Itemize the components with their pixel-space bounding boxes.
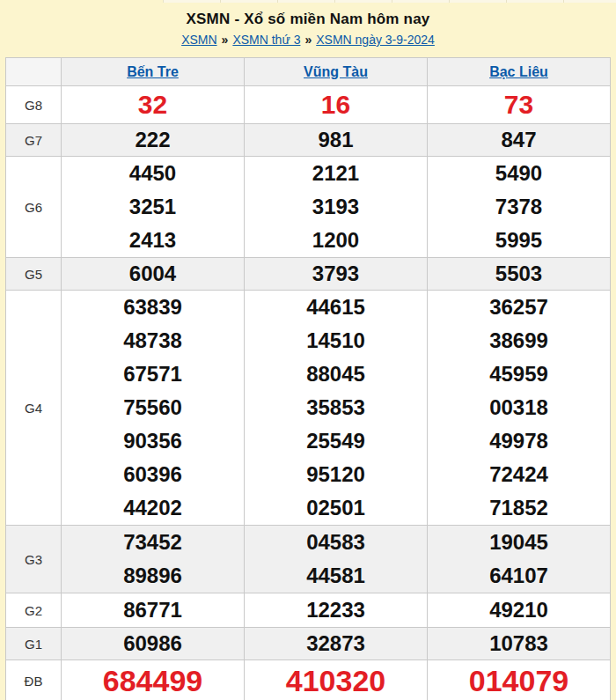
prize-cell: 014079 — [428, 660, 611, 700]
prize-cell: 3793 — [245, 258, 428, 291]
prize-label-g8: G8 — [6, 86, 62, 124]
prize-cell: 73 — [428, 86, 611, 124]
prize-number: 1200 — [245, 224, 427, 257]
prize-cell: 32 — [62, 86, 245, 124]
prize-number: 14510 — [245, 324, 427, 357]
prize-number: 35853 — [245, 391, 427, 424]
table-row-g3: G3734528989604583445811904564107 — [6, 526, 611, 593]
prize-number: 73452 — [62, 526, 244, 559]
prize-cell: 684499 — [62, 660, 245, 700]
column-header-ben-tre: Bến Tre — [62, 58, 245, 86]
column-header-link-ben-tre[interactable]: Bến Tre — [127, 64, 179, 79]
prize-cell: 12233 — [245, 593, 428, 628]
prize-number: 95120 — [245, 458, 427, 491]
prize-cell: 32873 — [245, 628, 428, 660]
corner-cell — [6, 58, 62, 86]
prize-number: 75560 — [62, 391, 244, 424]
prize-cell: 10783 — [428, 628, 611, 660]
top-edge-decoration — [0, 0, 616, 3]
prize-number: 00318 — [428, 391, 610, 424]
prize-number: 89896 — [62, 559, 244, 593]
prize-cell: 86771 — [62, 593, 245, 628]
prize-number: 3793 — [245, 258, 427, 290]
prize-number: 88045 — [245, 357, 427, 391]
prize-number: 49978 — [428, 424, 610, 458]
column-header-vung-tau: Vũng Tàu — [245, 58, 428, 86]
column-header-link-bac-lieu[interactable]: Bạc Liêu — [489, 64, 548, 79]
prize-label-g5: G5 — [6, 258, 62, 291]
prize-cell: 60986 — [62, 628, 245, 660]
prize-number: 2121 — [245, 157, 427, 190]
prize-number: 72424 — [428, 458, 610, 491]
prize-label-g2: G2 — [6, 593, 62, 628]
page-title: XSMN - Xổ số miền Nam hôm nay — [0, 11, 616, 28]
table-row-g1: G1609863287310783 — [6, 628, 611, 660]
prize-number: 19045 — [428, 526, 610, 559]
prize-cell: 212131931200 — [245, 157, 428, 258]
prize-number: 4450 — [62, 157, 244, 190]
prize-cell: 7345289896 — [62, 526, 245, 593]
prize-number: 3193 — [245, 190, 427, 224]
page-header: XSMN - Xổ số miền Nam hôm nay XSMN»XSMN … — [0, 3, 616, 47]
prize-number: 73 — [428, 86, 610, 123]
prize-number: 6004 — [62, 258, 244, 290]
table-row-db: ĐB684499410320014079 — [6, 660, 611, 700]
prize-number: 49210 — [428, 593, 610, 627]
prize-label-g4: G4 — [6, 291, 62, 526]
prize-cell: 1904564107 — [428, 526, 611, 593]
prize-number: 32 — [62, 86, 244, 123]
prize-label-g1: G1 — [6, 628, 62, 660]
prize-number: 7378 — [428, 190, 610, 224]
table-row-g2: G2867711223349210 — [6, 593, 611, 628]
table-row-g5: G5600437935503 — [6, 258, 611, 291]
prize-number: 48738 — [62, 324, 244, 357]
prize-number: 16 — [245, 86, 427, 123]
prize-number: 86771 — [62, 593, 244, 627]
prize-number: 44202 — [62, 491, 244, 525]
column-header-bac-lieu: Bạc Liêu — [428, 58, 611, 86]
prize-cell: 410320 — [245, 660, 428, 700]
prize-number: 2413 — [62, 224, 244, 257]
prize-number: 10783 — [428, 628, 610, 659]
breadcrumb-link-xsmn[interactable]: XSMN — [181, 33, 216, 47]
prize-cell: 44615145108804535853255499512002501 — [245, 291, 428, 526]
prize-number: 45959 — [428, 357, 610, 391]
prize-number: 410320 — [245, 660, 427, 700]
prize-cell: 445032512413 — [62, 157, 245, 258]
prize-number: 67571 — [62, 357, 244, 391]
prize-number: 981 — [245, 124, 427, 156]
table-row-g6: G6445032512413212131931200549073785995 — [6, 157, 611, 258]
table-row-g4: G463839487386757175560903566039644202446… — [6, 291, 611, 526]
results-tbody: G8321673G7222981847G64450325124132121319… — [6, 86, 611, 700]
prize-number: 60986 — [62, 628, 244, 659]
prize-cell: 981 — [245, 124, 428, 157]
breadcrumb-separator: » — [300, 33, 316, 47]
prize-label-db: ĐB — [6, 660, 62, 700]
prize-number: 63839 — [62, 291, 244, 324]
prize-number: 90356 — [62, 424, 244, 458]
header-row: Bến Tre Vũng Tàu Bạc Liêu — [6, 58, 611, 86]
prize-number: 71852 — [428, 491, 610, 525]
prize-number: 36257 — [428, 291, 610, 324]
prize-number: 02501 — [245, 491, 427, 525]
table-row-g7: G7222981847 — [6, 124, 611, 157]
prize-cell: 5503 — [428, 258, 611, 291]
prize-number: 04583 — [245, 526, 427, 559]
prize-cell: 222 — [62, 124, 245, 157]
prize-number: 25549 — [245, 424, 427, 458]
table-row-g8: G8321673 — [6, 86, 611, 124]
prize-label-g7: G7 — [6, 124, 62, 157]
breadcrumb-link-date[interactable]: XSMN ngày 3-9-2024 — [316, 33, 435, 47]
prize-number: 12233 — [245, 593, 427, 627]
prize-cell: 49210 — [428, 593, 611, 628]
prize-cell: 63839487386757175560903566039644202 — [62, 291, 245, 526]
column-header-link-vung-tau[interactable]: Vũng Tàu — [304, 64, 368, 79]
breadcrumb: XSMN»XSMN thứ 3»XSMN ngày 3-9-2024 — [0, 33, 616, 47]
prize-number: 5490 — [428, 157, 610, 190]
breadcrumb-link-weekday[interactable]: XSMN thứ 3 — [232, 33, 300, 47]
prize-number: 44615 — [245, 291, 427, 324]
breadcrumb-separator: » — [217, 33, 233, 47]
prize-number: 32873 — [245, 628, 427, 659]
prize-number: 60396 — [62, 458, 244, 491]
prize-number: 5503 — [428, 258, 610, 290]
